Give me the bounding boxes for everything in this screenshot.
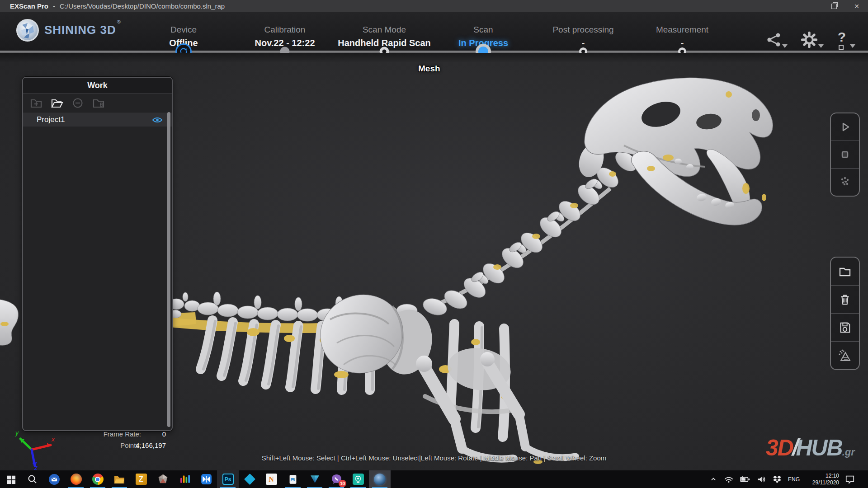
frame-rate-value: 0 [115,430,166,438]
folder-open-icon [51,98,63,108]
header-shadow [0,53,868,63]
restore-icon [831,4,837,9]
file-explorer-icon [113,474,125,485]
save-data-button[interactable] [831,314,859,342]
close-button[interactable]: ✕ [845,0,868,12]
start-scan-button[interactable] [831,113,859,141]
taskbar-color-app[interactable] [174,470,195,488]
taskbar-diamond-app[interactable] [239,470,260,488]
taskbar-chrome[interactable] [87,470,108,488]
watermark-3d: 3D [766,435,793,461]
taskbar-photos[interactable] [282,470,304,488]
watermark-hub: HUB [796,435,842,461]
search-icon [27,474,38,485]
work-toolbar [23,94,172,113]
project-name: Project1 [37,115,65,124]
restore-button[interactable] [823,0,845,12]
share-icon [766,32,782,48]
title-separator: - [53,2,55,10]
show-desktop-button[interactable] [861,470,863,488]
tray-chevron-button[interactable] [709,475,718,484]
brand-logo: SHINING 3D ® [16,19,121,42]
project-action-group [830,257,860,370]
start-button[interactable] [0,470,22,488]
volume-indicator[interactable] [756,475,766,484]
axis-x-label: x [51,436,55,443]
watermark-gr: .gr [842,446,855,458]
minimize-icon: – [810,3,813,10]
taskbar-photoshop[interactable]: Ps [217,470,239,488]
brand-registered-mark: ® [117,19,121,24]
nav-step-measurement[interactable]: Measurement - [623,25,741,48]
eye-icon [152,117,163,123]
wifi-indicator[interactable] [724,475,734,484]
point-cloud-icon [838,175,852,189]
taskbar-viber[interactable]: 10 [326,470,347,488]
point-cloud-button[interactable] [831,169,859,196]
battery-indicator[interactable] [740,475,750,483]
skull [575,78,773,225]
taskbar-triangle-app[interactable] [304,470,326,488]
taskbar-search-button[interactable] [22,470,43,488]
taskbar-camera-app[interactable] [347,470,369,488]
battery-icon [740,475,750,483]
delete-data-button[interactable] [831,286,859,314]
dropbox-icon [772,475,782,484]
folder-icon [838,266,852,277]
neck-vertebrae [421,148,641,318]
taskbar-file-explorer[interactable] [108,470,130,488]
exscan-icon [374,474,386,485]
netfabb-icon: N [266,474,277,485]
language-indicator[interactable]: ENG [788,476,800,483]
folder-delete-icon [92,98,105,108]
minimize-button[interactable]: – [800,0,823,12]
stop-scan-button[interactable] [831,141,859,169]
taskbar-zbrush[interactable]: Z [130,470,152,488]
mesh-generate-button[interactable] [831,342,859,369]
title-bar: EXScan Pro - C:/Users/Voudas/Desktop/DIN… [0,0,868,12]
brand-name: SHINING 3D [44,23,116,37]
dropbox-indicator[interactable] [772,475,782,484]
open-project-button[interactable] [49,96,65,110]
project-list-item[interactable]: Project1 [23,113,172,127]
work-panel-scrollbar[interactable] [167,112,170,427]
taskbar-firefox[interactable] [65,470,87,488]
help-icon: ? [838,30,846,50]
action-center-button[interactable] [845,474,855,484]
circle-minus-icon [72,97,84,109]
settings-button[interactable] [799,30,819,50]
scan-fragment-left [0,299,19,345]
windows-taskbar: Z Ps N [0,470,868,488]
3dhub-watermark: 3D / HUB .gr [766,434,855,461]
ip-camera-icon [353,474,364,485]
stop-icon [838,147,852,162]
taskbar-clock[interactable]: 12:10 29/11/2020 [806,473,839,486]
help-caret-icon [850,44,855,48]
taskbar-netfabb[interactable]: N [260,470,282,488]
work-panel: Work Proje [22,77,173,431]
taskbar-3d-builder[interactable] [152,470,174,488]
tray-time: 12:10 [806,473,839,479]
taskbar-thunderbird[interactable] [43,470,65,488]
visibility-toggle[interactable] [152,117,163,125]
chrome-icon [92,474,104,485]
scapula [309,283,437,385]
notification-icon [845,474,855,484]
viber-badge: 10 [339,480,346,487]
firefox-icon [71,474,82,485]
remove-project-button[interactable] [70,96,85,110]
share-button[interactable] [764,30,784,50]
open-data-button[interactable] [831,258,859,286]
taskbar-butterfly-app[interactable] [195,470,217,488]
axis-z-label: z [34,464,38,470]
butterfly-icon [201,474,212,485]
points-value: 4,166,197 [115,441,166,449]
scan-control-group [830,113,860,197]
new-project-button[interactable] [28,96,44,110]
delete-project-button[interactable] [91,96,106,110]
folder-plus-icon [30,98,42,108]
taskbar-exscan[interactable] [369,470,391,488]
globe-icon [16,19,39,42]
speaker-icon [756,475,766,484]
help-button[interactable]: ? [832,30,852,50]
